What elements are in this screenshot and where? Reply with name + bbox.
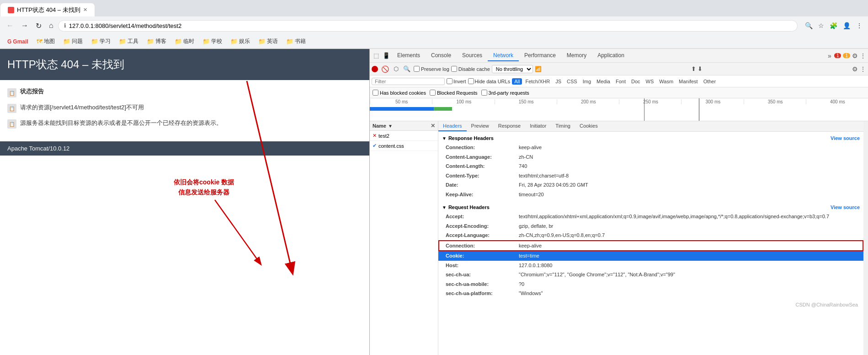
list-item-test2[interactable]: ✕ test2 xyxy=(370,131,438,141)
network-more-button[interactable]: ⋮ xyxy=(860,65,866,73)
page-footer: Apache Tomcat/10.0.12 xyxy=(0,141,369,156)
extensions-icon-btn[interactable]: 🧩 xyxy=(828,20,839,31)
devtools-settings-button[interactable]: ⚙ xyxy=(852,52,858,59)
record-button[interactable] xyxy=(372,66,378,72)
preserve-log-input[interactable] xyxy=(414,66,420,72)
hide-data-checkbox[interactable]: Hide data URLs xyxy=(468,78,511,84)
active-tab[interactable]: HTTP状态 404 – 未找到 ✕ xyxy=(0,3,95,16)
folder-icon-boke: 📁 xyxy=(147,38,154,45)
req-host-key: Host: xyxy=(446,262,519,269)
invert-input[interactable] xyxy=(447,78,453,84)
download-button[interactable]: ⬇ xyxy=(698,65,703,72)
has-blocked-checkbox[interactable]: Has blocked cookies xyxy=(373,90,426,96)
detail-tab-response[interactable]: Response xyxy=(494,121,526,131)
bookmark-boke[interactable]: 📁 博客 xyxy=(143,37,170,46)
type-img-button[interactable]: Img xyxy=(580,78,593,85)
blocked-req-input[interactable] xyxy=(430,90,436,96)
type-css-button[interactable]: CSS xyxy=(564,78,580,85)
response-headers-section[interactable]: ▼ Response Headers View source xyxy=(438,134,863,143)
detail-close-button[interactable]: ✕ xyxy=(431,123,435,129)
scrollbar[interactable] xyxy=(863,121,868,355)
has-blocked-input[interactable] xyxy=(373,90,378,96)
home-button[interactable]: ⌂ xyxy=(46,20,56,32)
tab-sources[interactable]: Sources xyxy=(457,50,488,61)
hide-data-input[interactable] xyxy=(468,78,474,84)
devtools-tab-more[interactable]: » xyxy=(825,51,834,60)
bookmark-xuexi[interactable]: 📁 学习 xyxy=(87,37,114,46)
tab-console[interactable]: Console xyxy=(426,50,457,61)
req-sec-ch-ua-platform-value: "Windows" xyxy=(519,290,543,297)
request-view-source-link[interactable]: View source xyxy=(831,204,860,210)
resp-connection-value: keep-alive xyxy=(519,144,542,151)
type-fetch-xhr-button[interactable]: Fetch/XHR xyxy=(523,78,552,85)
filter-button[interactable]: ⬡ xyxy=(392,65,400,73)
timeline-area: 50 ms 100 ms 150 ms 200 ms 250 ms 300 ms… xyxy=(370,98,868,121)
search-button[interactable]: 🔍 xyxy=(402,65,412,73)
disable-cache-checkbox[interactable]: Disable cache xyxy=(451,66,490,72)
preserve-log-checkbox[interactable]: Preserve log xyxy=(414,66,449,72)
request-headers-section[interactable]: ▼ Request Headers View source xyxy=(438,203,863,212)
bookmark-linshi[interactable]: 📁 临时 xyxy=(171,37,198,46)
type-font-button[interactable]: Font xyxy=(613,78,628,85)
upload-button[interactable]: ⬆ xyxy=(691,65,696,72)
address-input[interactable] xyxy=(69,22,792,29)
detail-tab-timing[interactable]: Timing xyxy=(551,121,575,131)
bookmark-gmail[interactable]: G Gmail xyxy=(4,38,32,46)
req-sec-ch-ua-value: "Chromium";v="112", "Google Chrome";v="1… xyxy=(519,271,675,279)
tab-memory[interactable]: Memory xyxy=(561,50,592,61)
tab-elements[interactable]: Elements xyxy=(392,50,426,61)
detail-tab-initiator[interactable]: Initiator xyxy=(525,121,551,131)
disable-cache-input[interactable] xyxy=(451,66,457,72)
third-party-checkbox[interactable]: 3rd-party requests xyxy=(481,90,529,96)
device-toggle-icon[interactable]: 📱 xyxy=(381,51,392,60)
response-view-source-link[interactable]: View source xyxy=(831,135,860,141)
third-party-input[interactable] xyxy=(481,90,487,96)
bookmark-yingyu[interactable]: 📁 英语 xyxy=(255,37,282,46)
bookmark-icon-btn[interactable]: ☆ xyxy=(816,20,826,31)
type-media-button[interactable]: Media xyxy=(594,78,612,85)
invert-checkbox[interactable]: Invert xyxy=(447,78,466,84)
devtools-more-button[interactable]: ⋮ xyxy=(860,52,866,59)
timeline-label-1: 100 ms xyxy=(432,99,494,104)
type-other-button[interactable]: Other xyxy=(701,78,719,85)
forward-button[interactable]: → xyxy=(18,20,31,32)
bookmark-boke-label: 博客 xyxy=(155,38,166,45)
detail-tab-preview[interactable]: Preview xyxy=(467,121,494,131)
type-ws-button[interactable]: WS xyxy=(644,78,656,85)
blocked-req-checkbox[interactable]: Blocked Requests xyxy=(430,90,478,96)
list-item-content-css[interactable]: ✔ content.css xyxy=(370,141,438,151)
tab-application[interactable]: Application xyxy=(592,50,630,61)
devtools-right-icons: 1 1 ⚙ ⋮ xyxy=(834,52,866,59)
search-icon-btn[interactable]: 🔍 xyxy=(803,20,815,31)
back-button[interactable]: ← xyxy=(4,20,16,32)
type-all-button[interactable]: All xyxy=(512,78,522,85)
detail-tab-cookies[interactable]: Cookies xyxy=(575,121,602,131)
type-manifest-button[interactable]: Manifest xyxy=(676,78,700,85)
detail-tab-headers[interactable]: Headers xyxy=(438,121,467,131)
profile-icon-btn[interactable]: 👤 xyxy=(841,20,852,31)
bookmark-yule[interactable]: 📁 娱乐 xyxy=(227,37,254,46)
bookmark-yule-label: 娱乐 xyxy=(239,38,250,45)
network-settings-button[interactable]: ⚙ xyxy=(852,65,858,73)
bookmark-ditu[interactable]: 🗺 地图 xyxy=(33,37,59,46)
tab-close-button[interactable]: ✕ xyxy=(83,7,87,13)
bookmark-gongju[interactable]: 📁 工具 xyxy=(115,37,142,46)
tab-network[interactable]: Network xyxy=(488,50,519,61)
inspect-element-icon[interactable]: ⬚ xyxy=(372,51,381,60)
watermark: CSDN @ChinaRainbowSea xyxy=(438,300,863,309)
clear-button[interactable]: 🚫 xyxy=(380,65,390,73)
tab-performance[interactable]: Performance xyxy=(519,50,561,61)
type-wasm-button[interactable]: Wasm xyxy=(657,78,676,85)
bookmark-xuexiao[interactable]: 📁 学校 xyxy=(199,37,226,46)
menu-icon-btn[interactable]: ⋮ xyxy=(854,20,864,31)
filter-input[interactable] xyxy=(372,78,445,85)
type-js-button[interactable]: JS xyxy=(553,78,564,85)
throttling-select[interactable]: No throttling Slow 3G Fast 3G xyxy=(492,65,533,73)
network-toolbar: 🚫 ⬡ 🔍 Preserve log Disable cache No thro… xyxy=(370,63,868,75)
timeline-bar-green xyxy=(434,107,452,111)
refresh-button[interactable]: ↻ xyxy=(33,20,44,32)
type-doc-button[interactable]: Doc xyxy=(629,78,643,85)
bookmark-wenti[interactable]: 📁 问题 xyxy=(59,37,86,46)
resp-date-value: Fri, 28 Apr 2023 04:05:20 GMT xyxy=(519,181,588,189)
bookmark-shujin[interactable]: 📁 书籍 xyxy=(282,37,309,46)
